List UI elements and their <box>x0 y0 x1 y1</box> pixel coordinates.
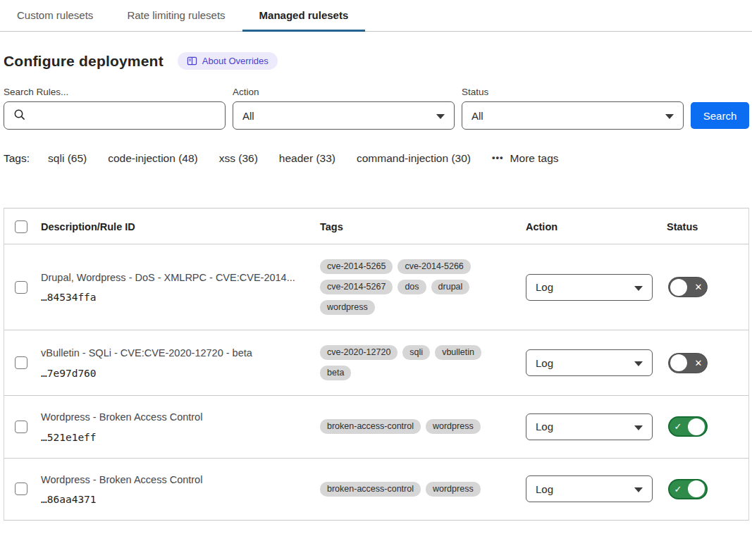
search-rules-input[interactable] <box>4 101 226 130</box>
rule-tag-list: cve-2020-12720sqlivbulletinbeta <box>320 345 498 380</box>
tag-chip: wordpress <box>320 300 375 315</box>
toggle-knob <box>688 418 705 435</box>
row-action-select[interactable]: Log <box>526 274 653 301</box>
tag-chip: broken-access-control <box>320 482 421 497</box>
rule-description: Wordpress - Broken Access Control <box>41 411 320 425</box>
tag-chip: beta <box>320 366 351 380</box>
chevron-down-icon <box>634 286 643 291</box>
row-action-value: Log <box>536 357 553 369</box>
rule-tag-list: cve-2014-5265cve-2014-5266cve-2014-5267d… <box>320 259 498 315</box>
tag-chip: cve-2014-5266 <box>397 259 470 274</box>
table-header-row: Description/Rule ID Tags Action Status <box>4 209 748 244</box>
rule-description: vBulletin - SQLi - CVE:CVE-2020-12720 - … <box>41 347 320 361</box>
tag-chip: sqli <box>402 345 430 360</box>
ellipsis-icon: ••• <box>492 152 504 163</box>
rule-description: Drupal, Wordpress - DoS - XMLRPC - CVE:C… <box>41 271 320 285</box>
row-checkbox[interactable] <box>15 421 27 433</box>
search-icon <box>13 108 26 124</box>
table-row: vBulletin - SQLi - CVE:CVE-2020-12720 - … <box>4 330 748 395</box>
rule-id: …86aa4371 <box>41 494 320 505</box>
status-filter-select[interactable]: All <box>462 101 684 130</box>
more-tags-button[interactable]: ••• More tags <box>492 152 559 165</box>
tag-filter-link[interactable]: code-injection (48) <box>108 152 198 165</box>
rule-tag-list: broken-access-controlwordpress <box>320 482 498 497</box>
table-row: Drupal, Wordpress - DoS - XMLRPC - CVE:C… <box>4 244 748 330</box>
tag-chip: wordpress <box>426 419 481 434</box>
tag-filter-link[interactable]: xss (36) <box>219 152 258 165</box>
tab-bar: Custom rulesetsRate limiting rulesetsMan… <box>0 0 752 32</box>
tag-chip: broken-access-control <box>320 419 421 434</box>
row-checkbox[interactable] <box>15 281 27 294</box>
chevron-down-icon <box>436 114 445 119</box>
status-filter-label: Status <box>462 87 684 97</box>
row-action-select[interactable]: Log <box>526 475 653 502</box>
tag-chip: cve-2014-5265 <box>320 259 393 274</box>
column-header-action: Action <box>526 221 667 232</box>
tag-filter-link[interactable]: command-injection (30) <box>357 152 471 165</box>
check-icon: ✓ <box>671 421 685 432</box>
status-toggle[interactable]: ✕ <box>668 353 708 373</box>
rule-id: …521e1eff <box>41 432 320 443</box>
tab-custom-rulesets[interactable]: Custom rulesets <box>0 0 110 32</box>
row-checkbox[interactable] <box>15 483 27 495</box>
row-checkbox[interactable] <box>15 356 27 369</box>
toggle-knob <box>670 279 687 296</box>
rule-id: …7e97d760 <box>41 368 320 379</box>
rule-description: Wordpress - Broken Access Control <box>41 473 320 487</box>
tag-filter-link[interactable]: header (33) <box>279 152 335 165</box>
column-header-tags: Tags <box>320 221 526 232</box>
status-filter-value: All <box>471 110 483 122</box>
tag-filter-links: sqli (65)code-injection (48)xss (36)head… <box>48 152 471 165</box>
chevron-down-icon <box>634 487 643 492</box>
tag-chip: drupal <box>431 280 470 294</box>
row-action-select[interactable]: Log <box>526 413 653 440</box>
toggle-knob <box>688 480 705 497</box>
tab-managed-rulesets[interactable]: Managed rulesets <box>242 0 366 32</box>
more-tags-label: More tags <box>510 152 559 165</box>
tag-chip: vbulletin <box>435 345 481 360</box>
column-header-status: Status <box>667 221 748 232</box>
action-filter-label: Action <box>233 87 455 97</box>
x-icon: ✕ <box>691 282 705 292</box>
chevron-down-icon <box>634 425 643 430</box>
search-rules-label: Search Rules... <box>4 87 226 97</box>
row-action-value: Log <box>536 421 553 433</box>
book-icon <box>187 56 197 66</box>
tag-filter-link[interactable]: sqli (65) <box>48 152 87 165</box>
about-overrides-badge[interactable]: About Overrides <box>178 52 278 70</box>
tag-chip: wordpress <box>426 482 481 497</box>
action-filter-value: All <box>242 110 254 122</box>
rules-table: Description/Rule ID Tags Action Status D… <box>4 208 749 521</box>
tag-chip: cve-2014-5267 <box>320 280 393 294</box>
row-action-select[interactable]: Log <box>526 349 653 376</box>
status-toggle[interactable]: ✕ <box>668 277 708 297</box>
table-row: Wordpress - Broken Access Control …521e1… <box>4 395 748 458</box>
table-row: Wordpress - Broken Access Control …86aa4… <box>4 458 748 521</box>
check-icon: ✓ <box>671 484 685 494</box>
chevron-down-icon <box>665 114 674 119</box>
tags-label: Tags: <box>4 152 30 165</box>
about-overrides-label: About Overrides <box>202 56 269 66</box>
toggle-knob <box>670 354 687 371</box>
row-action-value: Log <box>536 483 553 495</box>
row-action-value: Log <box>536 281 553 293</box>
chevron-down-icon <box>634 361 643 366</box>
page-title: Configure deployment <box>4 53 164 70</box>
search-button[interactable]: Search <box>691 102 749 129</box>
tag-chip: dos <box>397 280 426 294</box>
action-filter-select[interactable]: All <box>233 101 455 130</box>
tab-rate-limiting-rulesets[interactable]: Rate limiting rulesets <box>110 0 242 32</box>
x-icon: ✕ <box>691 358 705 368</box>
rule-tag-list: broken-access-controlwordpress <box>320 419 498 434</box>
tag-chip: cve-2020-12720 <box>320 345 397 360</box>
rule-id: …84534ffa <box>41 292 320 303</box>
status-toggle[interactable]: ✓ <box>668 479 708 499</box>
select-all-checkbox[interactable] <box>15 220 27 233</box>
status-toggle[interactable]: ✓ <box>668 416 708 437</box>
column-header-description: Description/Rule ID <box>41 221 320 232</box>
